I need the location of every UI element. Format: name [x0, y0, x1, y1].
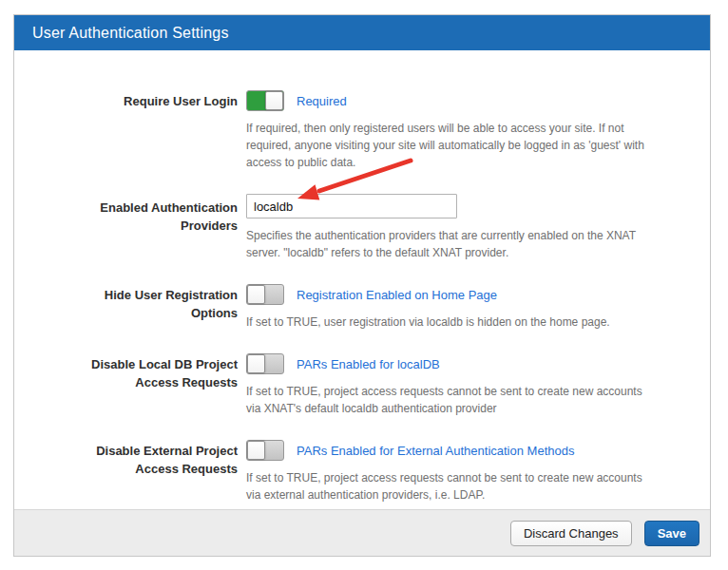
- disable-localdb-par-status-link[interactable]: PARs Enabled for localDB: [297, 357, 440, 371]
- setting-description: If required, then only registered users …: [246, 120, 655, 171]
- setting-description: If set to TRUE, project access requests …: [246, 469, 655, 504]
- discard-changes-button[interactable]: Discard Changes: [510, 521, 632, 546]
- disable-external-par-toggle[interactable]: [246, 440, 284, 461]
- enabled-auth-providers-input[interactable]: [246, 194, 457, 218]
- hide-user-registration-status-link[interactable]: Registration Enabled on Home Page: [297, 288, 497, 302]
- toggle-knob: [247, 441, 265, 460]
- toggle-knob: [265, 91, 283, 110]
- setting-row-disable-external-par: Disable External Project Access Requests…: [14, 440, 710, 504]
- setting-label: Disable Local DB Project Access Requests: [82, 353, 238, 392]
- setting-row-hide-user-registration: Hide User Registration Options Registrat…: [14, 284, 710, 331]
- setting-label: Enabled Authentication Providers: [82, 194, 238, 236]
- save-button[interactable]: Save: [644, 521, 699, 546]
- panel-footer: Discard Changes Save: [14, 509, 710, 556]
- panel-title: User Authentication Settings: [32, 25, 229, 42]
- require-user-login-status-link[interactable]: Required: [297, 94, 347, 108]
- toggle-knob: [247, 285, 265, 304]
- toggle-knob: [247, 354, 265, 373]
- setting-label: Hide User Registration Options: [82, 284, 238, 323]
- panel-header: User Authentication Settings: [14, 15, 710, 50]
- disable-localdb-par-toggle[interactable]: [246, 353, 284, 374]
- setting-row-enabled-auth-providers: Enabled Authentication Providers Specifi…: [14, 194, 710, 261]
- setting-description: Specifies the authentication providers t…: [246, 227, 655, 261]
- setting-label: Require User Login: [82, 90, 238, 111]
- setting-description: If set to TRUE, project access requests …: [246, 383, 655, 417]
- user-authentication-settings-panel: User Authentication Settings Require Use…: [13, 14, 711, 557]
- setting-label: Disable External Project Access Requests: [82, 440, 238, 479]
- disable-external-par-status-link[interactable]: PARs Enabled for External Authentication…: [297, 444, 574, 458]
- panel-body: Require User Login Required If required,…: [14, 50, 710, 509]
- setting-row-require-user-login: Require User Login Required If required,…: [14, 90, 710, 171]
- setting-row-disable-localdb-par: Disable Local DB Project Access Requests…: [14, 353, 710, 417]
- hide-user-registration-toggle[interactable]: [246, 284, 284, 305]
- setting-description: If set to TRUE, user registration via lo…: [246, 314, 655, 331]
- require-user-login-toggle[interactable]: [246, 90, 284, 111]
